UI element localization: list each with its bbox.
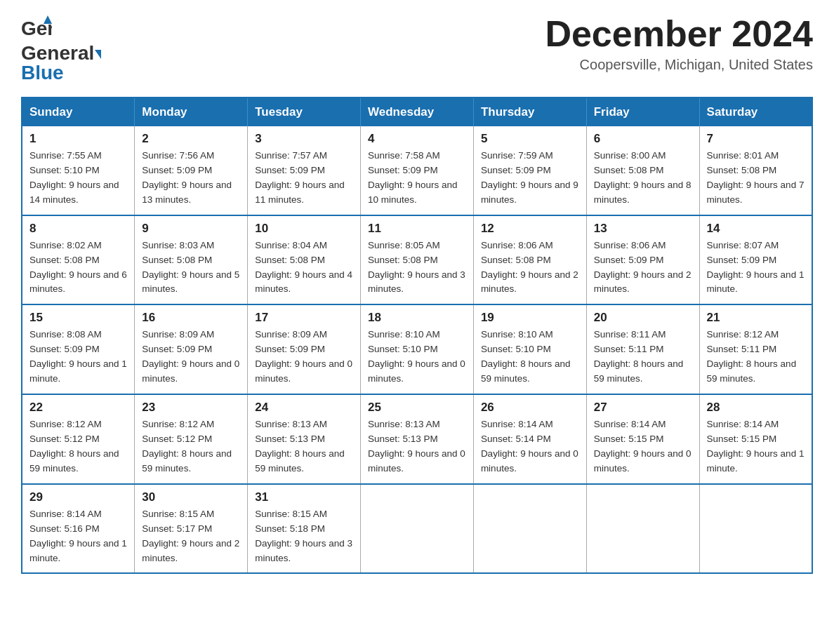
day-number: 20 [594,311,692,325]
day-number: 27 [594,401,692,415]
day-number: 19 [481,311,579,325]
day-number: 17 [255,311,353,325]
day-info: Sunrise: 8:07 AMSunset: 5:09 PMDaylight:… [707,239,805,297]
calendar-cell: 31Sunrise: 8:15 AMSunset: 5:18 PMDayligh… [248,484,361,574]
weekday-header-row: SundayMondayTuesdayWednesdayThursdayFrid… [22,98,812,126]
day-info: Sunrise: 8:14 AMSunset: 5:15 PMDaylight:… [707,417,805,476]
day-number: 16 [142,311,240,325]
day-info: Sunrise: 8:08 AMSunset: 5:09 PMDaylight:… [29,328,127,387]
day-number: 30 [142,490,240,504]
calendar-cell: 6Sunrise: 8:00 AMSunset: 5:08 PMDaylight… [586,126,699,215]
day-info: Sunrise: 8:06 AMSunset: 5:09 PMDaylight:… [594,239,692,297]
page-header: General General Blue December 2024 Coope… [21,14,813,84]
calendar-table: SundayMondayTuesdayWednesdayThursdayFrid… [21,97,813,574]
day-number: 31 [255,490,353,504]
day-number: 3 [255,132,353,146]
calendar-cell: 14Sunrise: 8:07 AMSunset: 5:09 PMDayligh… [699,215,812,305]
calendar-cell: 16Sunrise: 8:09 AMSunset: 5:09 PMDayligh… [135,304,248,394]
weekday-header-monday: Monday [135,98,248,126]
calendar-cell: 25Sunrise: 8:13 AMSunset: 5:13 PMDayligh… [361,394,474,484]
day-number: 29 [29,490,127,504]
day-number: 26 [481,401,579,415]
day-info: Sunrise: 8:10 AMSunset: 5:10 PMDaylight:… [481,328,579,387]
day-info: Sunrise: 8:10 AMSunset: 5:10 PMDaylight:… [368,328,466,387]
weekday-header-saturday: Saturday [699,98,812,126]
calendar-cell: 3Sunrise: 7:57 AMSunset: 5:09 PMDaylight… [248,126,361,215]
calendar-cell: 29Sunrise: 8:14 AMSunset: 5:16 PMDayligh… [22,484,135,574]
calendar-cell: 21Sunrise: 8:12 AMSunset: 5:11 PMDayligh… [699,304,812,394]
calendar-cell: 2Sunrise: 7:56 AMSunset: 5:09 PMDaylight… [135,126,248,215]
calendar-cell: 5Sunrise: 7:59 AMSunset: 5:09 PMDaylight… [473,126,586,215]
day-info: Sunrise: 8:12 AMSunset: 5:12 PMDaylight:… [29,417,127,476]
calendar-cell: 13Sunrise: 8:06 AMSunset: 5:09 PMDayligh… [586,215,699,305]
day-number: 5 [481,132,579,146]
day-info: Sunrise: 7:56 AMSunset: 5:09 PMDaylight:… [142,149,240,208]
day-number: 22 [29,401,127,415]
weekday-header-sunday: Sunday [22,98,135,126]
weekday-header-friday: Friday [586,98,699,126]
calendar-cell: 26Sunrise: 8:14 AMSunset: 5:14 PMDayligh… [473,394,586,484]
weekday-header-tuesday: Tuesday [248,98,361,126]
day-number: 21 [707,311,805,325]
calendar-cell [473,484,586,574]
day-number: 10 [255,222,353,236]
day-number: 2 [142,132,240,146]
weekday-header-thursday: Thursday [473,98,586,126]
weekday-header-wednesday: Wednesday [361,98,474,126]
day-info: Sunrise: 8:12 AMSunset: 5:12 PMDaylight:… [142,417,240,476]
day-info: Sunrise: 8:15 AMSunset: 5:17 PMDaylight:… [142,507,240,566]
day-info: Sunrise: 8:01 AMSunset: 5:08 PMDaylight:… [707,149,805,208]
logo-blue: Blue [21,62,64,84]
day-info: Sunrise: 8:00 AMSunset: 5:08 PMDaylight:… [594,149,692,208]
calendar-week-row: 1Sunrise: 7:55 AMSunset: 5:10 PMDaylight… [22,126,812,215]
calendar-cell: 1Sunrise: 7:55 AMSunset: 5:10 PMDaylight… [22,126,135,215]
day-info: Sunrise: 8:15 AMSunset: 5:18 PMDaylight:… [255,507,353,566]
day-info: Sunrise: 7:57 AMSunset: 5:09 PMDaylight:… [255,149,353,208]
calendar-cell: 18Sunrise: 8:10 AMSunset: 5:10 PMDayligh… [361,304,474,394]
day-number: 13 [594,222,692,236]
logo: General General Blue [21,14,102,84]
day-info: Sunrise: 8:02 AMSunset: 5:08 PMDaylight:… [29,239,127,297]
day-number: 4 [368,132,466,146]
day-info: Sunrise: 8:14 AMSunset: 5:15 PMDaylight:… [594,417,692,476]
day-number: 18 [368,311,466,325]
day-info: Sunrise: 8:09 AMSunset: 5:09 PMDaylight:… [255,328,353,387]
day-number: 6 [594,132,692,146]
calendar-cell: 8Sunrise: 8:02 AMSunset: 5:08 PMDaylight… [22,215,135,305]
calendar-cell [699,484,812,574]
calendar-cell: 27Sunrise: 8:14 AMSunset: 5:15 PMDayligh… [586,394,699,484]
day-info: Sunrise: 8:11 AMSunset: 5:11 PMDaylight:… [594,328,692,387]
calendar-cell: 15Sunrise: 8:08 AMSunset: 5:09 PMDayligh… [22,304,135,394]
calendar-week-row: 22Sunrise: 8:12 AMSunset: 5:12 PMDayligh… [22,394,812,484]
calendar-cell: 22Sunrise: 8:12 AMSunset: 5:12 PMDayligh… [22,394,135,484]
day-info: Sunrise: 8:05 AMSunset: 5:08 PMDaylight:… [368,239,466,297]
calendar-cell: 24Sunrise: 8:13 AMSunset: 5:13 PMDayligh… [248,394,361,484]
day-number: 9 [142,222,240,236]
calendar-cell: 10Sunrise: 8:04 AMSunset: 5:08 PMDayligh… [248,215,361,305]
calendar-cell: 9Sunrise: 8:03 AMSunset: 5:08 PMDaylight… [135,215,248,305]
calendar-cell [586,484,699,574]
calendar-cell: 19Sunrise: 8:10 AMSunset: 5:10 PMDayligh… [473,304,586,394]
day-info: Sunrise: 8:13 AMSunset: 5:13 PMDaylight:… [255,417,353,476]
day-number: 8 [29,222,127,236]
day-info: Sunrise: 8:03 AMSunset: 5:08 PMDaylight:… [142,239,240,297]
day-number: 28 [707,401,805,415]
calendar-cell: 28Sunrise: 8:14 AMSunset: 5:15 PMDayligh… [699,394,812,484]
day-info: Sunrise: 8:04 AMSunset: 5:08 PMDaylight:… [255,239,353,297]
calendar-cell: 17Sunrise: 8:09 AMSunset: 5:09 PMDayligh… [248,304,361,394]
day-number: 12 [481,222,579,236]
day-number: 11 [368,222,466,236]
calendar-cell: 7Sunrise: 8:01 AMSunset: 5:08 PMDaylight… [699,126,812,215]
day-info: Sunrise: 7:59 AMSunset: 5:09 PMDaylight:… [481,149,579,208]
day-info: Sunrise: 8:12 AMSunset: 5:11 PMDaylight:… [707,328,805,387]
month-title: December 2024 [545,14,813,54]
day-number: 15 [29,311,127,325]
day-number: 24 [255,401,353,415]
day-info: Sunrise: 8:14 AMSunset: 5:14 PMDaylight:… [481,417,579,476]
location: Coopersville, Michigan, United States [545,57,813,73]
calendar-week-row: 29Sunrise: 8:14 AMSunset: 5:16 PMDayligh… [22,484,812,574]
day-number: 1 [29,132,127,146]
calendar-cell [361,484,474,574]
day-info: Sunrise: 8:06 AMSunset: 5:08 PMDaylight:… [481,239,579,297]
calendar-cell: 23Sunrise: 8:12 AMSunset: 5:12 PMDayligh… [135,394,248,484]
